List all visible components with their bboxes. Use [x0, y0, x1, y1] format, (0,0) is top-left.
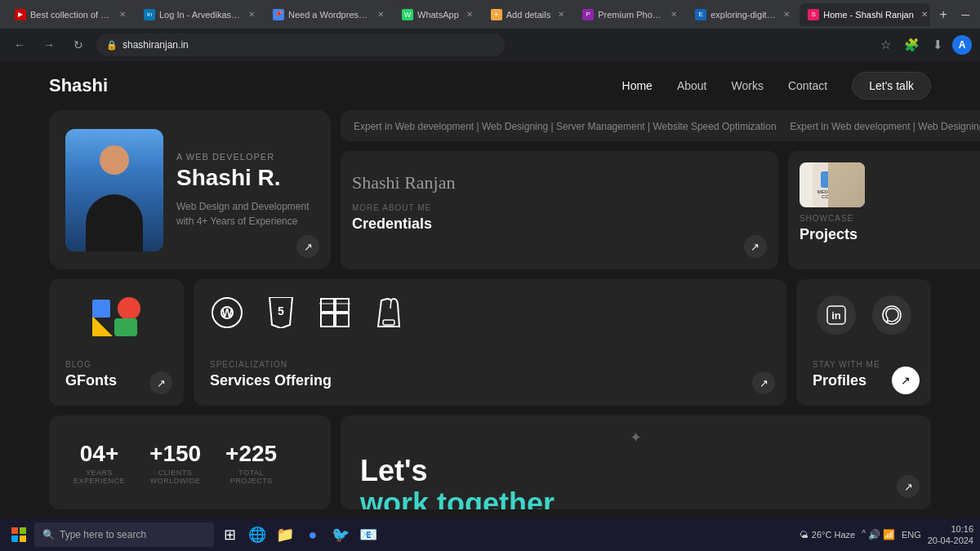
browser-chrome: ▶ Best collection of sh... ✕ in Log In -… — [0, 0, 980, 61]
file-explorer-icon[interactable]: 📁 — [273, 522, 297, 547]
hero-card: A WEB DEVELOPER Shashi R. Web Design and… — [49, 110, 331, 269]
browser-tab-4[interactable]: W WhatsApp ✕ — [394, 3, 481, 26]
nav-home[interactable]: Home — [622, 79, 653, 92]
address-bar[interactable]: 🔒 shashiranjan.in — [96, 33, 505, 56]
browser-tab-2[interactable]: in Log In - Arvedikas - W... ✕ — [136, 3, 263, 26]
lets-talk-button[interactable]: Let's talk — [852, 72, 931, 100]
tray-icons: ^ 🔊 📶 — [862, 529, 895, 540]
right-cards: Expert in Web development | Web Designin… — [341, 110, 980, 269]
bookmark-icon[interactable]: ☆ — [874, 33, 897, 56]
stat-experience: 04+ YEARSEXPERIENCE — [74, 441, 125, 485]
stat-clients-number: +150 — [149, 441, 201, 467]
svg-rect-14 — [383, 320, 394, 325]
tab-close-2[interactable]: ✕ — [248, 10, 255, 19]
window-controls: ─ □ ✕ — [956, 8, 980, 21]
volume-icon[interactable]: 🔊 — [868, 529, 880, 540]
hero-arrow-button[interactable]: ↗ — [296, 235, 319, 258]
minimize-button[interactable]: ─ — [956, 8, 974, 21]
forward-button[interactable]: → — [38, 33, 60, 56]
gfonts-arrow[interactable]: ↗ — [149, 371, 172, 394]
nav-works[interactable]: Works — [732, 79, 764, 92]
windows-logo — [11, 527, 26, 542]
credentials-title: Credentials — [352, 216, 767, 233]
tab-close-1[interactable]: ✕ — [119, 10, 126, 19]
svg-point-2 — [118, 297, 140, 320]
stat-clients: +150 CLIENTSWORLDWIDE — [149, 441, 201, 485]
browser-tab-5[interactable]: + Add details ✕ — [483, 3, 572, 26]
profile-avatar[interactable]: A — [952, 35, 972, 55]
profiles-arrow[interactable]: ↗ — [892, 367, 920, 394]
nav-contact[interactable]: Contact — [788, 79, 827, 92]
network-icon[interactable]: 📶 — [883, 529, 895, 540]
profile-icons: in — [817, 295, 911, 335]
browser-tab-7[interactable]: E exploring-digital-store:... ✕ — [687, 3, 798, 26]
search-placeholder-text: Type here to search — [60, 529, 146, 540]
browser-tab-6[interactable]: P Premium Photo | Explo... ✕ — [574, 3, 685, 26]
projects-title: Projects — [800, 226, 980, 243]
downloads-icon[interactable]: ⬇ — [926, 33, 949, 56]
reload-button[interactable]: ↻ — [67, 33, 90, 56]
new-tab-button[interactable]: + — [932, 3, 955, 26]
taskbar: 🔍 Type here to search ⊞ 🌐 📁 ● 🐦 📧 🌤 26°C… — [0, 518, 980, 551]
extensions-icon[interactable]: 🧩 — [900, 33, 923, 56]
tab-close-3[interactable]: ✕ — [377, 10, 384, 19]
address-text: shashiranjan.in — [122, 39, 189, 51]
svg-rect-12 — [336, 313, 349, 327]
system-tray: 🌤 26°C Haze — [800, 530, 855, 540]
row-1: A WEB DEVELOPER Shashi R. Web Design and… — [49, 110, 931, 269]
start-button[interactable] — [7, 522, 31, 547]
person-photo — [65, 129, 163, 251]
edge-icon[interactable]: 🌐 — [245, 522, 270, 547]
weather-text: 26°C Haze — [812, 530, 855, 540]
nav-links: Home About Works Contact — [622, 79, 828, 92]
tab-favicon-4: W — [402, 9, 413, 20]
stats-card: 04+ YEARSEXPERIENCE +150 CLIENTSWORLDWID… — [49, 415, 331, 509]
svg-text:5: 5 — [278, 304, 284, 318]
svg-text:W: W — [221, 306, 233, 319]
taskbar-search[interactable]: 🔍 Type here to search — [34, 522, 214, 547]
linkedin-svg: in — [826, 304, 847, 326]
services-title: Services Offering — [210, 372, 770, 389]
svg-rect-11 — [321, 313, 334, 327]
person-head — [100, 145, 129, 175]
task-view-button[interactable]: ⊞ — [217, 522, 242, 547]
shopify-icon — [372, 295, 406, 330]
tab-label-6: Premium Photo | Explo... — [598, 10, 663, 20]
browser-tab-1[interactable]: ▶ Best collection of sh... ✕ — [7, 3, 134, 26]
tab-close-5[interactable]: ✕ — [558, 10, 564, 19]
svg-rect-3 — [114, 318, 137, 336]
credentials-arrow[interactable]: ↗ — [744, 235, 767, 258]
nav-about[interactable]: About — [677, 79, 707, 92]
tab-close-4[interactable]: ✕ — [466, 10, 473, 19]
chevron-up-icon[interactable]: ^ — [862, 529, 866, 540]
credentials-card: Shashi Ranjan MORE ABOUT ME Credentials … — [341, 151, 778, 269]
tab-close-7[interactable]: ✕ — [783, 10, 790, 19]
tab-favicon-3: 📌 — [273, 9, 284, 20]
lets-text: Let's — [360, 455, 911, 487]
tab-close-8[interactable]: ✕ — [921, 10, 928, 19]
stat-experience-number: 04+ — [74, 441, 125, 467]
svg-marker-0 — [92, 316, 113, 336]
app-icon-2[interactable]: 📧 — [356, 522, 381, 547]
tab-label-7: exploring-digital-store:... — [710, 10, 776, 20]
whatsapp-icon — [872, 295, 911, 335]
marquee-text: Expert in Web development | Web Designin… — [354, 118, 980, 133]
whatsapp-svg — [881, 304, 902, 326]
tab-favicon-1: ▶ — [15, 9, 26, 20]
hero-info: A WEB DEVELOPER Shashi R. Web Design and… — [176, 152, 314, 229]
services-arrow[interactable]: ↗ — [752, 371, 775, 394]
app-icon-1[interactable]: 🐦 — [328, 522, 353, 547]
chrome-icon[interactable]: ● — [301, 522, 325, 547]
stat-clients-label: CLIENTSWORLDWIDE — [149, 469, 201, 485]
browser-tab-8[interactable]: S Home - Shashi Ranjan ✕ — [800, 3, 930, 26]
gfonts-svg — [88, 295, 145, 340]
wordpress-icon: W — [210, 295, 244, 330]
svg-rect-21 — [20, 535, 26, 542]
tab-close-6[interactable]: ✕ — [670, 10, 677, 19]
lets-work-arrow[interactable]: ↗ — [897, 475, 920, 498]
taskbar-clock: 10:16 20-04-2024 — [928, 523, 973, 547]
tab-favicon-8: S — [808, 9, 819, 20]
back-button[interactable]: ← — [8, 33, 31, 56]
svg-rect-10 — [336, 299, 349, 312]
browser-tab-3[interactable]: 📌 Need a Wordpress Web... ✕ — [265, 3, 392, 26]
